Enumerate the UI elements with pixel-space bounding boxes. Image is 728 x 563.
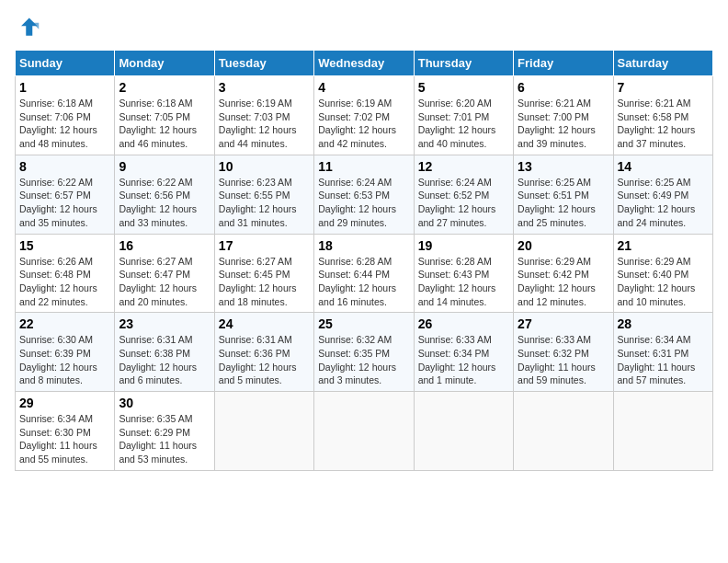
day-number: 18 [318, 238, 409, 253]
calendar-cell: 24Sunrise: 6:31 AMSunset: 6:36 PMDayligh… [214, 313, 313, 392]
cell-details: Sunrise: 6:29 AMSunset: 6:40 PMDaylight:… [618, 255, 709, 309]
day-header-sunday: Sunday [16, 51, 115, 76]
day-header-monday: Monday [115, 51, 214, 76]
calendar-cell: 9Sunrise: 6:22 AMSunset: 6:56 PMDaylight… [115, 155, 214, 234]
day-header-thursday: Thursday [414, 51, 513, 76]
calendar-week-row: 29Sunrise: 6:34 AMSunset: 6:30 PMDayligh… [16, 392, 713, 471]
calendar-cell: 14Sunrise: 6:25 AMSunset: 6:49 PMDayligh… [613, 155, 712, 234]
calendar-cell: 11Sunrise: 6:24 AMSunset: 6:53 PMDayligh… [314, 155, 414, 234]
day-number: 13 [518, 159, 609, 174]
day-number: 10 [219, 159, 310, 174]
cell-details: Sunrise: 6:20 AMSunset: 7:01 PMDaylight:… [418, 97, 509, 151]
cell-details: Sunrise: 6:27 AMSunset: 6:45 PMDaylight:… [219, 255, 310, 309]
cell-details: Sunrise: 6:35 AMSunset: 6:29 PMDaylight:… [119, 412, 210, 466]
day-number: 2 [119, 80, 210, 95]
day-number: 12 [418, 159, 509, 174]
cell-details: Sunrise: 6:24 AMSunset: 6:53 PMDaylight:… [318, 176, 409, 230]
calendar-cell: 3Sunrise: 6:19 AMSunset: 7:03 PMDaylight… [214, 76, 313, 155]
cell-details: Sunrise: 6:18 AMSunset: 7:05 PMDaylight:… [119, 97, 210, 151]
calendar-cell: 22Sunrise: 6:30 AMSunset: 6:39 PMDayligh… [16, 313, 115, 392]
cell-details: Sunrise: 6:29 AMSunset: 6:42 PMDaylight:… [518, 255, 609, 309]
calendar-cell [214, 392, 313, 471]
calendar-cell: 13Sunrise: 6:25 AMSunset: 6:51 PMDayligh… [514, 155, 613, 234]
day-number: 29 [19, 396, 110, 410]
calendar-cell: 1Sunrise: 6:18 AMSunset: 7:06 PMDaylight… [16, 76, 115, 155]
day-number: 24 [219, 316, 310, 331]
cell-details: Sunrise: 6:30 AMSunset: 6:39 PMDaylight:… [19, 333, 110, 387]
calendar-cell: 5Sunrise: 6:20 AMSunset: 7:01 PMDaylight… [414, 76, 513, 155]
calendar-week-row: 1Sunrise: 6:18 AMSunset: 7:06 PMDaylight… [16, 76, 713, 155]
day-number: 27 [518, 316, 609, 331]
day-number: 14 [618, 159, 709, 174]
calendar-cell: 25Sunrise: 6:32 AMSunset: 6:35 PMDayligh… [314, 313, 414, 392]
calendar-cell: 23Sunrise: 6:31 AMSunset: 6:38 PMDayligh… [115, 313, 214, 392]
day-number: 3 [219, 80, 310, 95]
calendar-cell [414, 392, 513, 471]
calendar-header-row: SundayMondayTuesdayWednesdayThursdayFrid… [16, 51, 713, 76]
cell-details: Sunrise: 6:26 AMSunset: 6:48 PMDaylight:… [19, 255, 110, 309]
calendar-week-row: 8Sunrise: 6:22 AMSunset: 6:57 PMDaylight… [16, 155, 713, 234]
cell-details: Sunrise: 6:31 AMSunset: 6:36 PMDaylight:… [219, 333, 310, 387]
day-number: 4 [318, 80, 409, 95]
day-number: 20 [518, 238, 609, 253]
page-header [15, 15, 713, 40]
calendar-cell: 28Sunrise: 6:34 AMSunset: 6:31 PMDayligh… [613, 313, 712, 392]
day-number: 8 [19, 159, 110, 174]
day-number: 1 [19, 80, 110, 95]
calendar-cell: 2Sunrise: 6:18 AMSunset: 7:05 PMDaylight… [115, 76, 214, 155]
calendar-cell: 8Sunrise: 6:22 AMSunset: 6:57 PMDaylight… [16, 155, 115, 234]
cell-details: Sunrise: 6:33 AMSunset: 6:34 PMDaylight:… [418, 333, 509, 387]
cell-details: Sunrise: 6:33 AMSunset: 6:32 PMDaylight:… [518, 333, 609, 387]
day-number: 28 [618, 316, 709, 331]
calendar-cell: 16Sunrise: 6:27 AMSunset: 6:47 PMDayligh… [115, 234, 214, 313]
calendar-cell: 18Sunrise: 6:28 AMSunset: 6:44 PMDayligh… [314, 234, 414, 313]
logo-icon [15, 15, 40, 40]
calendar-cell: 17Sunrise: 6:27 AMSunset: 6:45 PMDayligh… [214, 234, 313, 313]
calendar-cell [613, 392, 712, 471]
calendar-cell: 27Sunrise: 6:33 AMSunset: 6:32 PMDayligh… [514, 313, 613, 392]
day-number: 22 [19, 316, 110, 331]
day-header-friday: Friday [514, 51, 613, 76]
day-number: 7 [618, 80, 709, 95]
cell-details: Sunrise: 6:31 AMSunset: 6:38 PMDaylight:… [119, 333, 210, 387]
day-number: 5 [418, 80, 509, 95]
calendar-cell: 12Sunrise: 6:24 AMSunset: 6:52 PMDayligh… [414, 155, 513, 234]
calendar-cell: 26Sunrise: 6:33 AMSunset: 6:34 PMDayligh… [414, 313, 513, 392]
calendar-cell: 30Sunrise: 6:35 AMSunset: 6:29 PMDayligh… [115, 392, 214, 471]
calendar-week-row: 15Sunrise: 6:26 AMSunset: 6:48 PMDayligh… [16, 234, 713, 313]
day-number: 25 [318, 316, 409, 331]
day-number: 6 [518, 80, 609, 95]
cell-details: Sunrise: 6:24 AMSunset: 6:52 PMDaylight:… [418, 176, 509, 230]
day-number: 23 [119, 316, 210, 331]
day-header-saturday: Saturday [613, 51, 712, 76]
cell-details: Sunrise: 6:22 AMSunset: 6:56 PMDaylight:… [119, 176, 210, 230]
cell-details: Sunrise: 6:23 AMSunset: 6:55 PMDaylight:… [219, 176, 310, 230]
day-number: 17 [219, 238, 310, 253]
calendar-cell: 29Sunrise: 6:34 AMSunset: 6:30 PMDayligh… [16, 392, 115, 471]
calendar-cell [314, 392, 414, 471]
cell-details: Sunrise: 6:32 AMSunset: 6:35 PMDaylight:… [318, 333, 409, 387]
day-header-tuesday: Tuesday [214, 51, 313, 76]
calendar-cell: 4Sunrise: 6:19 AMSunset: 7:02 PMDaylight… [314, 76, 414, 155]
day-number: 11 [318, 159, 409, 174]
svg-marker-0 [21, 18, 38, 36]
day-header-wednesday: Wednesday [314, 51, 414, 76]
cell-details: Sunrise: 6:28 AMSunset: 6:44 PMDaylight:… [318, 255, 409, 309]
calendar-cell [514, 392, 613, 471]
day-number: 30 [119, 396, 210, 410]
day-number: 9 [119, 159, 210, 174]
cell-details: Sunrise: 6:28 AMSunset: 6:43 PMDaylight:… [418, 255, 509, 309]
cell-details: Sunrise: 6:34 AMSunset: 6:30 PMDaylight:… [19, 412, 110, 466]
cell-details: Sunrise: 6:27 AMSunset: 6:47 PMDaylight:… [119, 255, 210, 309]
cell-details: Sunrise: 6:22 AMSunset: 6:57 PMDaylight:… [19, 176, 110, 230]
logo [15, 15, 44, 40]
calendar-table: SundayMondayTuesdayWednesdayThursdayFrid… [15, 50, 713, 471]
cell-details: Sunrise: 6:25 AMSunset: 6:51 PMDaylight:… [518, 176, 609, 230]
cell-details: Sunrise: 6:25 AMSunset: 6:49 PMDaylight:… [618, 176, 709, 230]
calendar-cell: 19Sunrise: 6:28 AMSunset: 6:43 PMDayligh… [414, 234, 513, 313]
day-number: 15 [19, 238, 110, 253]
cell-details: Sunrise: 6:34 AMSunset: 6:31 PMDaylight:… [618, 333, 709, 387]
calendar-cell: 6Sunrise: 6:21 AMSunset: 7:00 PMDaylight… [514, 76, 613, 155]
cell-details: Sunrise: 6:18 AMSunset: 7:06 PMDaylight:… [19, 97, 110, 151]
calendar-week-row: 22Sunrise: 6:30 AMSunset: 6:39 PMDayligh… [16, 313, 713, 392]
